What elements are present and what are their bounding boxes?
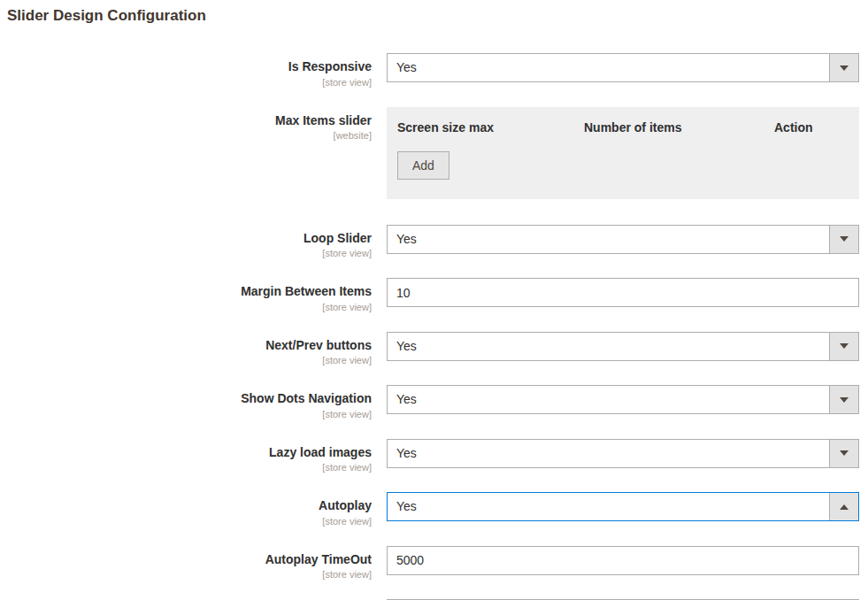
- add-row-button[interactable]: Add: [397, 151, 449, 180]
- select-arrow-button[interactable]: [829, 226, 858, 253]
- field-row-lazy-load-images: Lazy load images[store view]Yes: [0, 439, 868, 473]
- select-value: Yes: [388, 226, 829, 253]
- table-header-row: Screen size maxNumber of itemsAction: [387, 107, 859, 146]
- loop-slider-select[interactable]: Yes: [387, 225, 859, 254]
- label-column: Show Dots Navigation[store view]: [0, 385, 372, 419]
- field-label-is-responsive: Is Responsive: [0, 59, 372, 75]
- autoplay-select[interactable]: Yes: [387, 492, 859, 521]
- max-items-slider-table: Screen size maxNumber of itemsActionAdd: [387, 107, 859, 199]
- field-scope-label: [store view]: [0, 302, 372, 312]
- label-column: Loop Slider[store view]: [0, 225, 372, 259]
- field-column: Yes: [387, 332, 859, 366]
- field-column: [387, 278, 859, 312]
- field-scope-label: [store view]: [0, 569, 372, 580]
- field-label-show-dots-navigation: Show Dots Navigation: [0, 391, 372, 407]
- field-column: Yes: [387, 439, 859, 473]
- field-row-loop-slider: Loop Slider[store view]Yes: [0, 225, 868, 259]
- config-form: Is Responsive[store view]YesMax Items sl…: [0, 53, 868, 600]
- field-scope-label: [store view]: [0, 409, 372, 419]
- field-scope-label: [store view]: [0, 77, 372, 88]
- label-column: Is Responsive[store view]: [0, 53, 372, 88]
- chevron-up-icon: [840, 504, 849, 510]
- field-scope-label: [store view]: [0, 516, 372, 527]
- autoplay-timeout-input[interactable]: [387, 546, 859, 575]
- field-scope-label: [store view]: [0, 462, 372, 473]
- field-row-show-dots-navigation: Show Dots Navigation[store view]Yes: [0, 385, 868, 419]
- select-value: Yes: [388, 333, 829, 360]
- field-column: Yes: [387, 225, 859, 259]
- select-arrow-button[interactable]: [829, 440, 858, 467]
- label-column: Next/Prev buttons[store view]: [0, 332, 372, 366]
- select-value: Yes: [388, 386, 829, 413]
- field-column: [387, 546, 859, 581]
- chevron-down-icon: [840, 397, 849, 403]
- field-row-autoplay: Autoplay[store view]Yes: [0, 492, 868, 527]
- lazy-load-images-select[interactable]: Yes: [387, 439, 859, 468]
- field-label-loop-slider: Loop Slider: [0, 231, 372, 247]
- select-value: Yes: [388, 440, 829, 467]
- field-scope-label: [store view]: [0, 248, 372, 258]
- select-arrow-button[interactable]: [829, 54, 858, 81]
- field-label-autoplay-timeout: Autoplay TimeOut: [0, 552, 372, 568]
- field-label-next-prev-buttons: Next/Prev buttons: [0, 338, 372, 354]
- field-column: Yes: [387, 385, 859, 419]
- field-scope-label: [store view]: [0, 355, 372, 365]
- field-label-autoplay: Autoplay: [0, 498, 372, 514]
- label-column: Lazy load images[store view]: [0, 439, 372, 473]
- is-responsive-select[interactable]: Yes: [387, 53, 859, 82]
- label-column: Max Items slider[website]: [0, 107, 372, 199]
- field-label-max-items-slider: Max Items slider: [0, 113, 372, 129]
- field-label-margin-between-items: Margin Between Items: [0, 284, 372, 300]
- field-scope-label: [website]: [0, 130, 372, 141]
- table-body: Add: [387, 146, 859, 199]
- table-column-header-number-of-items: Number of items: [584, 120, 774, 135]
- field-column: Screen size maxNumber of itemsActionAdd: [387, 107, 859, 199]
- field-column: Yes: [387, 53, 859, 88]
- table-column-header-screen-size-max: Screen size max: [397, 120, 584, 135]
- select-value: Yes: [388, 54, 829, 81]
- show-dots-navigation-select[interactable]: Yes: [387, 385, 859, 414]
- page-title: Slider Design Configuration: [0, 0, 868, 25]
- field-label-lazy-load-images: Lazy load images: [0, 445, 372, 461]
- next-prev-buttons-select[interactable]: Yes: [387, 332, 859, 361]
- field-row-margin-between-items: Margin Between Items[store view]: [0, 278, 868, 312]
- margin-between-items-input[interactable]: [387, 278, 859, 307]
- slider-config-page: Slider Design Configuration Is Responsiv…: [0, 0, 868, 600]
- label-column: Autoplay TimeOut[store view]: [0, 546, 372, 581]
- chevron-down-icon: [840, 450, 849, 456]
- field-row-autoplay-timeout: Autoplay TimeOut[store view]: [0, 546, 868, 581]
- field-row-next-prev-buttons: Next/Prev buttons[store view]Yes: [0, 332, 868, 366]
- select-value: Yes: [388, 493, 829, 520]
- chevron-down-icon: [840, 343, 849, 349]
- field-row-max-items-slider: Max Items slider[website]Screen size max…: [0, 107, 868, 199]
- chevron-down-icon: [840, 236, 849, 242]
- label-column: Autoplay[store view]: [0, 492, 372, 527]
- chevron-down-icon: [840, 65, 849, 71]
- table-column-header-action: Action: [774, 120, 859, 135]
- select-arrow-button[interactable]: [829, 333, 858, 360]
- label-column: Margin Between Items[store view]: [0, 278, 372, 312]
- field-row-is-responsive: Is Responsive[store view]Yes: [0, 53, 868, 88]
- select-arrow-button[interactable]: [829, 386, 858, 413]
- select-arrow-button[interactable]: [829, 493, 858, 520]
- field-column: Yes: [387, 492, 859, 527]
